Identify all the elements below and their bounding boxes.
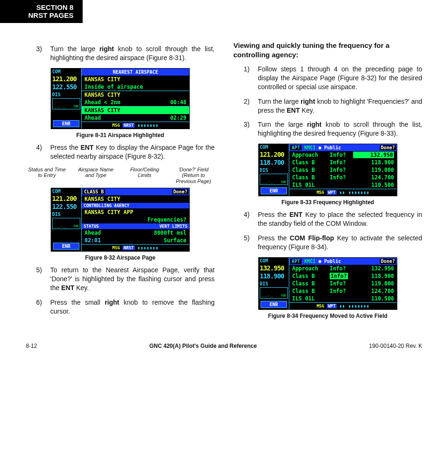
fig32-annotations: Status and Time to Entry Airspace Name a… — [26, 167, 215, 184]
caption-8-34: Figure 8-34 Frequency Moved to Active Fi… — [233, 313, 422, 319]
r-step-2: 2) Turn the large right knob to highligh… — [244, 97, 422, 115]
page-footer: 8-12 GNC 420(A) Pilot's Guide and Refere… — [26, 343, 422, 349]
doc-rev: 190-00140-20 Rev. K — [369, 343, 422, 349]
figure-8-33: COM 121.200 118.700 DIS __._nm ENR APT K… — [258, 144, 397, 196]
left-column: 3) Turn the large right knob to scroll t… — [26, 40, 215, 324]
figure-8-31: COM 121.200 122.550 DIS __._nm ENR NEARE… — [51, 68, 190, 129]
step-4: 4) Press the ENT Key to display the Airs… — [36, 143, 215, 161]
right-column: Viewing and quickly tuning the frequency… — [233, 40, 422, 324]
figure-8-32: COM 121.200 122.550 DIS __._nm ENR CLASS… — [51, 188, 190, 252]
r-step-5: 5) Press the COM Flip-flop Key to activa… — [244, 234, 422, 252]
page-number: 8-12 — [26, 343, 37, 349]
section-header: SECTION 8 NRST PAGES — [0, 0, 83, 23]
r-step-4: 4) Press the ENT Key to place the select… — [244, 210, 422, 228]
subheading: Viewing and quickly tuning the frequency… — [233, 41, 422, 59]
r-step-3: 3) Turn the large right knob to scroll t… — [244, 120, 422, 138]
step-6: 6) Press the small right knob to remove … — [36, 298, 215, 316]
book-title: GNC 420(A) Pilot's Guide and Reference — [149, 343, 257, 349]
figure-8-34: COM 132.950 118.900 DIS __._nm ENR APT K… — [258, 257, 397, 310]
step-3: 3) Turn the large right knob to scroll t… — [36, 45, 215, 62]
caption-8-31: Figure 8-31 Airspace Highlighted — [26, 132, 215, 138]
caption-8-33: Figure 8-33 Frequency Highlighted — [233, 199, 422, 206]
caption-8-32: Figure 8-32 Airspace Page — [26, 254, 215, 261]
r-step-1: 1) Follow steps 1 through 4 on the prece… — [244, 65, 422, 92]
step-5: 5) To return to the Nearest Airspace Pag… — [36, 266, 215, 292]
